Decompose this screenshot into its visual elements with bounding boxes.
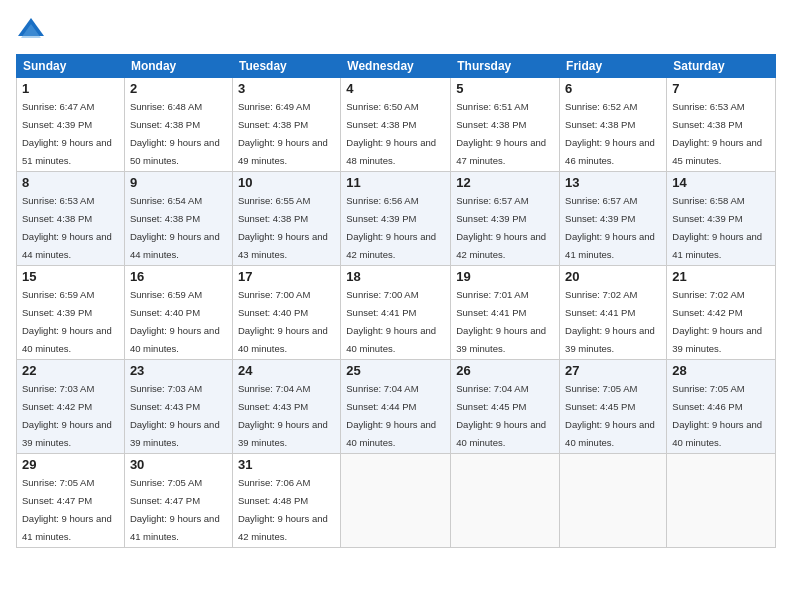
- day-info: Sunrise: 6:59 AMSunset: 4:39 PMDaylight:…: [22, 289, 112, 354]
- day-info: Sunrise: 7:03 AMSunset: 4:43 PMDaylight:…: [130, 383, 220, 448]
- calendar-cell: [667, 454, 776, 548]
- day-info: Sunrise: 7:03 AMSunset: 4:42 PMDaylight:…: [22, 383, 112, 448]
- day-number: 9: [130, 175, 227, 190]
- day-number: 18: [346, 269, 445, 284]
- day-info: Sunrise: 7:05 AMSunset: 4:47 PMDaylight:…: [130, 477, 220, 542]
- calendar-cell: 4Sunrise: 6:50 AMSunset: 4:38 PMDaylight…: [341, 78, 451, 172]
- day-number: 10: [238, 175, 335, 190]
- day-number: 12: [456, 175, 554, 190]
- day-info: Sunrise: 7:05 AMSunset: 4:47 PMDaylight:…: [22, 477, 112, 542]
- calendar-table: SundayMondayTuesdayWednesdayThursdayFrid…: [16, 54, 776, 548]
- day-info: Sunrise: 7:06 AMSunset: 4:48 PMDaylight:…: [238, 477, 328, 542]
- weekday-header: Sunday: [17, 55, 125, 78]
- weekday-header: Tuesday: [232, 55, 340, 78]
- calendar-cell: 14Sunrise: 6:58 AMSunset: 4:39 PMDayligh…: [667, 172, 776, 266]
- weekday-header: Friday: [560, 55, 667, 78]
- header: [16, 16, 776, 46]
- day-info: Sunrise: 7:04 AMSunset: 4:45 PMDaylight:…: [456, 383, 546, 448]
- calendar-cell: 18Sunrise: 7:00 AMSunset: 4:41 PMDayligh…: [341, 266, 451, 360]
- day-number: 31: [238, 457, 335, 472]
- calendar-cell: 7Sunrise: 6:53 AMSunset: 4:38 PMDaylight…: [667, 78, 776, 172]
- day-info: Sunrise: 6:57 AMSunset: 4:39 PMDaylight:…: [565, 195, 655, 260]
- calendar-week-row: 1Sunrise: 6:47 AMSunset: 4:39 PMDaylight…: [17, 78, 776, 172]
- calendar-cell: 31Sunrise: 7:06 AMSunset: 4:48 PMDayligh…: [232, 454, 340, 548]
- day-info: Sunrise: 6:52 AMSunset: 4:38 PMDaylight:…: [565, 101, 655, 166]
- calendar-body: 1Sunrise: 6:47 AMSunset: 4:39 PMDaylight…: [17, 78, 776, 548]
- calendar-cell: 8Sunrise: 6:53 AMSunset: 4:38 PMDaylight…: [17, 172, 125, 266]
- calendar-cell: 28Sunrise: 7:05 AMSunset: 4:46 PMDayligh…: [667, 360, 776, 454]
- day-info: Sunrise: 7:02 AMSunset: 4:42 PMDaylight:…: [672, 289, 762, 354]
- calendar-cell: 29Sunrise: 7:05 AMSunset: 4:47 PMDayligh…: [17, 454, 125, 548]
- calendar-cell: 26Sunrise: 7:04 AMSunset: 4:45 PMDayligh…: [451, 360, 560, 454]
- day-number: 26: [456, 363, 554, 378]
- day-number: 27: [565, 363, 661, 378]
- day-info: Sunrise: 6:47 AMSunset: 4:39 PMDaylight:…: [22, 101, 112, 166]
- calendar-week-row: 8Sunrise: 6:53 AMSunset: 4:38 PMDaylight…: [17, 172, 776, 266]
- calendar-cell: 12Sunrise: 6:57 AMSunset: 4:39 PMDayligh…: [451, 172, 560, 266]
- day-number: 15: [22, 269, 119, 284]
- day-number: 6: [565, 81, 661, 96]
- day-number: 13: [565, 175, 661, 190]
- weekday-header: Monday: [124, 55, 232, 78]
- day-number: 7: [672, 81, 770, 96]
- day-info: Sunrise: 7:04 AMSunset: 4:43 PMDaylight:…: [238, 383, 328, 448]
- day-number: 20: [565, 269, 661, 284]
- calendar-cell: [341, 454, 451, 548]
- day-number: 8: [22, 175, 119, 190]
- calendar-cell: 27Sunrise: 7:05 AMSunset: 4:45 PMDayligh…: [560, 360, 667, 454]
- day-info: Sunrise: 6:48 AMSunset: 4:38 PMDaylight:…: [130, 101, 220, 166]
- day-info: Sunrise: 6:57 AMSunset: 4:39 PMDaylight:…: [456, 195, 546, 260]
- calendar-cell: 10Sunrise: 6:55 AMSunset: 4:38 PMDayligh…: [232, 172, 340, 266]
- calendar-cell: 11Sunrise: 6:56 AMSunset: 4:39 PMDayligh…: [341, 172, 451, 266]
- day-info: Sunrise: 6:50 AMSunset: 4:38 PMDaylight:…: [346, 101, 436, 166]
- day-info: Sunrise: 7:01 AMSunset: 4:41 PMDaylight:…: [456, 289, 546, 354]
- day-number: 23: [130, 363, 227, 378]
- calendar-cell: 6Sunrise: 6:52 AMSunset: 4:38 PMDaylight…: [560, 78, 667, 172]
- calendar-header-row: SundayMondayTuesdayWednesdayThursdayFrid…: [17, 55, 776, 78]
- calendar-cell: 15Sunrise: 6:59 AMSunset: 4:39 PMDayligh…: [17, 266, 125, 360]
- calendar-cell: 20Sunrise: 7:02 AMSunset: 4:41 PMDayligh…: [560, 266, 667, 360]
- day-number: 29: [22, 457, 119, 472]
- day-number: 19: [456, 269, 554, 284]
- day-number: 25: [346, 363, 445, 378]
- calendar-week-row: 15Sunrise: 6:59 AMSunset: 4:39 PMDayligh…: [17, 266, 776, 360]
- day-number: 24: [238, 363, 335, 378]
- day-info: Sunrise: 7:05 AMSunset: 4:45 PMDaylight:…: [565, 383, 655, 448]
- calendar-cell: 25Sunrise: 7:04 AMSunset: 4:44 PMDayligh…: [341, 360, 451, 454]
- day-number: 21: [672, 269, 770, 284]
- day-number: 4: [346, 81, 445, 96]
- calendar-cell: [451, 454, 560, 548]
- calendar-cell: 30Sunrise: 7:05 AMSunset: 4:47 PMDayligh…: [124, 454, 232, 548]
- weekday-header: Wednesday: [341, 55, 451, 78]
- day-info: Sunrise: 7:00 AMSunset: 4:40 PMDaylight:…: [238, 289, 328, 354]
- calendar-cell: 3Sunrise: 6:49 AMSunset: 4:38 PMDaylight…: [232, 78, 340, 172]
- calendar-cell: 9Sunrise: 6:54 AMSunset: 4:38 PMDaylight…: [124, 172, 232, 266]
- day-number: 5: [456, 81, 554, 96]
- day-number: 16: [130, 269, 227, 284]
- calendar-cell: 5Sunrise: 6:51 AMSunset: 4:38 PMDaylight…: [451, 78, 560, 172]
- calendar-cell: 23Sunrise: 7:03 AMSunset: 4:43 PMDayligh…: [124, 360, 232, 454]
- calendar-cell: 2Sunrise: 6:48 AMSunset: 4:38 PMDaylight…: [124, 78, 232, 172]
- calendar-cell: 16Sunrise: 6:59 AMSunset: 4:40 PMDayligh…: [124, 266, 232, 360]
- day-info: Sunrise: 7:05 AMSunset: 4:46 PMDaylight:…: [672, 383, 762, 448]
- calendar-week-row: 29Sunrise: 7:05 AMSunset: 4:47 PMDayligh…: [17, 454, 776, 548]
- calendar-week-row: 22Sunrise: 7:03 AMSunset: 4:42 PMDayligh…: [17, 360, 776, 454]
- weekday-header: Saturday: [667, 55, 776, 78]
- calendar-cell: 22Sunrise: 7:03 AMSunset: 4:42 PMDayligh…: [17, 360, 125, 454]
- day-number: 3: [238, 81, 335, 96]
- calendar-cell: 1Sunrise: 6:47 AMSunset: 4:39 PMDaylight…: [17, 78, 125, 172]
- day-number: 28: [672, 363, 770, 378]
- day-info: Sunrise: 6:49 AMSunset: 4:38 PMDaylight:…: [238, 101, 328, 166]
- logo-icon: [16, 16, 46, 46]
- day-number: 30: [130, 457, 227, 472]
- calendar-cell: 17Sunrise: 7:00 AMSunset: 4:40 PMDayligh…: [232, 266, 340, 360]
- calendar-cell: 24Sunrise: 7:04 AMSunset: 4:43 PMDayligh…: [232, 360, 340, 454]
- day-number: 1: [22, 81, 119, 96]
- day-info: Sunrise: 6:53 AMSunset: 4:38 PMDaylight:…: [672, 101, 762, 166]
- day-number: 17: [238, 269, 335, 284]
- day-number: 2: [130, 81, 227, 96]
- day-info: Sunrise: 6:58 AMSunset: 4:39 PMDaylight:…: [672, 195, 762, 260]
- calendar-cell: [560, 454, 667, 548]
- day-info: Sunrise: 6:51 AMSunset: 4:38 PMDaylight:…: [456, 101, 546, 166]
- day-number: 14: [672, 175, 770, 190]
